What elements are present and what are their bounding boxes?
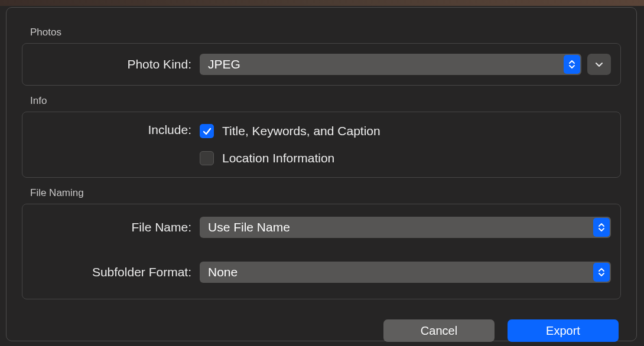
section-label-file-naming: File Naming (22, 187, 621, 199)
photo-kind-value: JPEG (208, 57, 240, 71)
export-button[interactable]: Export (508, 319, 619, 342)
row-subfolder-format: Subfolder Format: None (32, 260, 611, 285)
section-photos: Photo Kind: JPEG (22, 43, 621, 86)
section-label-photos: Photos (22, 27, 621, 38)
dialog-footer: Cancel Export (22, 309, 621, 342)
subfolder-format-label: Subfolder Format: (32, 265, 191, 279)
subfolder-format-select[interactable]: None (200, 262, 611, 283)
select-arrows-icon (593, 263, 610, 282)
photo-kind-select[interactable]: JPEG (200, 54, 581, 75)
row-include: Include: Title, Keywords, and Caption Lo… (32, 120, 611, 169)
expand-options-button[interactable] (587, 54, 611, 75)
export-dialog: Photos Photo Kind: JPEG Info Include: (6, 7, 637, 341)
section-label-info: Info (22, 95, 621, 107)
checkbox-title-keywords-caption[interactable] (200, 124, 214, 138)
chevron-down-icon (595, 62, 603, 67)
row-file-name: File Name: Use File Name (32, 215, 611, 240)
file-name-value: Use File Name (208, 220, 290, 234)
file-name-label: File Name: (32, 220, 191, 234)
check-icon (203, 128, 212, 135)
file-name-select[interactable]: Use File Name (200, 217, 611, 238)
checkbox-label-location-information: Location Information (222, 151, 334, 165)
section-info: Include: Title, Keywords, and Caption Lo… (22, 112, 621, 178)
checkbox-row-title-keywords-caption: Title, Keywords, and Caption (200, 120, 611, 142)
select-arrows-icon (564, 55, 580, 74)
checkbox-label-title-keywords-caption: Title, Keywords, and Caption (222, 124, 380, 138)
subfolder-format-value: None (208, 265, 238, 279)
include-label: Include: (32, 120, 191, 137)
cancel-button[interactable]: Cancel (383, 319, 495, 342)
section-file-naming: File Name: Use File Name Subfolder Forma… (22, 204, 621, 299)
select-arrows-icon (593, 218, 610, 237)
checkbox-row-location-information: Location Information (200, 148, 611, 169)
checkbox-location-information[interactable] (200, 151, 214, 165)
row-photo-kind: Photo Kind: JPEG (32, 52, 611, 77)
photo-kind-label: Photo Kind: (32, 57, 191, 71)
